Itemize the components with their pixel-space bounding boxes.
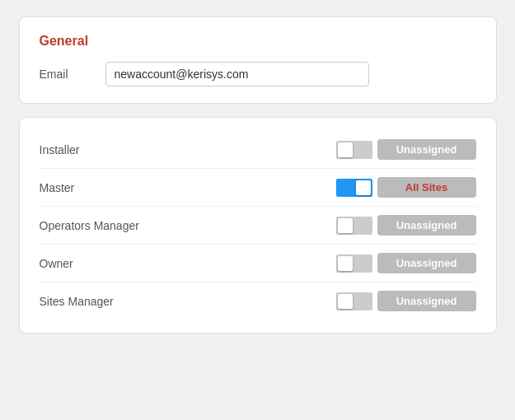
toggle-master[interactable] [336, 179, 372, 197]
role-controls-operators-manager: Unassigned [336, 215, 476, 236]
role-name-operators-manager: Operators Manager [40, 219, 336, 232]
email-label: Email [40, 68, 105, 81]
toggle-sites-manager[interactable] [336, 292, 372, 310]
role-name-sites-manager: Sites Manager [40, 295, 336, 308]
toggle-owner[interactable] [336, 254, 372, 273]
badge-owner[interactable]: Unassigned [377, 253, 476, 273]
email-row: Email [40, 62, 476, 86]
badge-master[interactable]: All Sites [377, 177, 476, 198]
role-row-sites-manager: Sites ManagerUnassigned [40, 282, 476, 320]
general-card: General Email [19, 16, 497, 104]
toggle-installer[interactable] [336, 141, 372, 159]
role-name-master: Master [40, 181, 336, 194]
email-input[interactable] [105, 62, 369, 86]
role-controls-master: All Sites [336, 177, 476, 198]
role-row-operators-manager: Operators ManagerUnassigned [40, 207, 476, 245]
badge-sites-manager[interactable]: Unassigned [377, 291, 476, 311]
role-row-master: MasterAll Sites [40, 169, 476, 207]
role-row-installer: InstallerUnassigned [40, 131, 476, 169]
role-name-installer: Installer [40, 143, 336, 156]
role-controls-owner: Unassigned [336, 253, 476, 273]
role-controls-installer: Unassigned [336, 139, 476, 160]
badge-installer[interactable]: Unassigned [377, 139, 476, 160]
role-row-owner: OwnerUnassigned [40, 245, 476, 282]
general-title: General [40, 34, 476, 49]
badge-operators-manager[interactable]: Unassigned [377, 215, 476, 236]
role-controls-sites-manager: Unassigned [336, 291, 476, 311]
role-name-owner: Owner [40, 257, 336, 270]
toggle-operators-manager[interactable] [336, 217, 372, 235]
roles-card: InstallerUnassignedMasterAll SitesOperat… [19, 117, 497, 334]
